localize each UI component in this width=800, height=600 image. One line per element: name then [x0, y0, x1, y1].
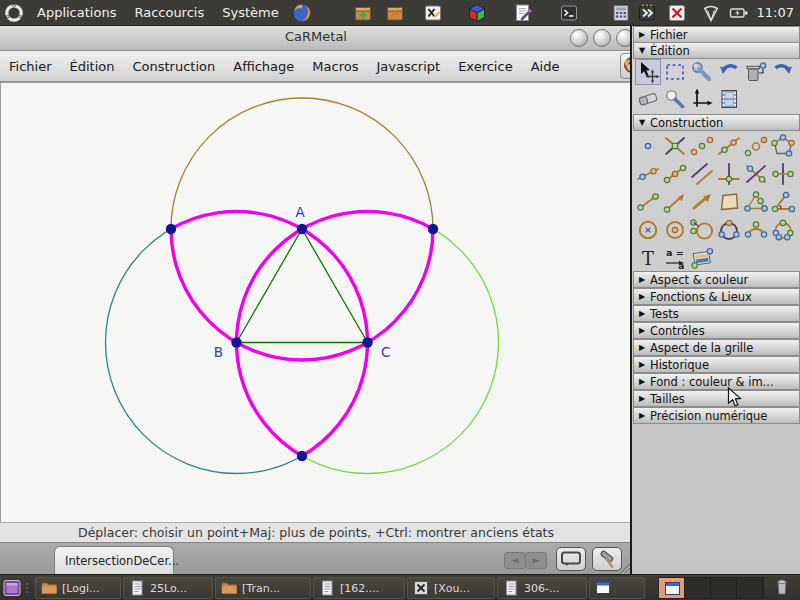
section-header-fichier[interactable]: ▶Fichier	[633, 26, 800, 43]
wifi-icon[interactable]	[701, 3, 721, 23]
document-tab[interactable]: IntersectionDeCer...	[54, 546, 174, 575]
redo-tool[interactable]	[771, 60, 795, 84]
section-header-tests[interactable]: ▶Tests	[633, 305, 800, 322]
tools-button[interactable]	[592, 547, 622, 571]
menu-fichier[interactable]: Fichier	[0, 59, 61, 74]
point-C[interactable]	[362, 337, 372, 347]
workspace-1[interactable]	[659, 578, 685, 598]
circle-tool[interactable]	[636, 218, 660, 242]
angle-tool[interactable]	[771, 190, 795, 214]
undo-tool[interactable]	[717, 60, 741, 84]
firefox-icon[interactable]	[292, 3, 312, 23]
intersection-tool[interactable]	[663, 134, 687, 158]
workspace-2[interactable]	[685, 578, 711, 598]
delete-object-tool[interactable]	[744, 60, 768, 84]
vector-tool[interactable]	[690, 190, 714, 214]
task-button-tran[interactable]: [Tran...	[215, 577, 311, 599]
terminal-icon[interactable]	[559, 3, 579, 23]
trash-icon[interactable]	[772, 575, 792, 600]
point-left[interactable]	[166, 224, 176, 234]
task-button-25lo[interactable]: 25Lo...	[123, 577, 213, 599]
section-header-dition[interactable]: ▼Édition	[633, 42, 800, 59]
parallel-line-tool[interactable]	[690, 162, 714, 186]
menu-construction[interactable]: Construction	[123, 59, 224, 74]
geometry-canvas[interactable]: ABC	[0, 82, 632, 523]
minimize-button[interactable]	[570, 29, 588, 47]
section-header-aspect-couleur[interactable]: ▶Aspect & couleur	[633, 271, 800, 288]
network-offline-icon[interactable]	[667, 3, 687, 23]
section-header-aspect-de-la-grille[interactable]: ▶Aspect de la grille	[633, 339, 800, 356]
eraser-tool[interactable]	[636, 87, 660, 111]
triangle-points-tool[interactable]	[744, 190, 768, 214]
workspace-4[interactable]	[737, 578, 763, 598]
segment-tool[interactable]	[636, 190, 660, 214]
point-tool[interactable]	[636, 134, 660, 158]
panel-clock[interactable]: 11:07	[757, 5, 794, 20]
panel-menu-applications[interactable]: Applications	[28, 5, 125, 20]
section-header-construction[interactable]: ▼Construction	[633, 114, 800, 131]
calculator-icon[interactable]	[611, 3, 631, 23]
task-button-xou[interactable]: [Xou...	[407, 577, 495, 599]
symmetric-point-tool[interactable]	[744, 134, 768, 158]
menu-affichage[interactable]: Affichage	[224, 59, 303, 74]
text-editor-icon[interactable]	[513, 3, 533, 23]
segment-point-tool[interactable]	[663, 162, 687, 186]
arc-tool[interactable]	[744, 218, 768, 242]
menu-javascript[interactable]: Javascript	[367, 59, 449, 74]
section-header-pr-cision-num-rique[interactable]: ▶Précision numérique	[633, 407, 800, 424]
previous-tab-button[interactable]: ◄	[504, 552, 526, 569]
task-button-logi[interactable]: [Logi...	[35, 577, 121, 599]
expression-tool[interactable]: a = 2a	[663, 246, 687, 270]
maximize-button[interactable]	[593, 29, 611, 47]
panel-menu-système[interactable]: Système	[213, 5, 287, 20]
compass-tool[interactable]	[690, 218, 714, 242]
text-tool[interactable]: T	[636, 246, 660, 270]
axes-tool[interactable]	[690, 87, 714, 111]
panel-menu-raccourcis[interactable]: Raccourcis	[125, 5, 213, 20]
file-manager-icon[interactable]	[637, 3, 657, 23]
section-header-fonctions-lieux[interactable]: ▶Fonctions & Lieux	[633, 288, 800, 305]
magnifier-tool[interactable]	[663, 87, 687, 111]
console-button[interactable]	[556, 547, 586, 571]
circle-3-points-tool[interactable]	[717, 218, 741, 242]
line-through-points-tool[interactable]	[636, 162, 660, 186]
section-header-fond-couleur-im[interactable]: ▶Fond : couleur & im...	[633, 373, 800, 390]
next-tab-button[interactable]: ►	[525, 552, 547, 569]
arc-C-inner[interactable]	[237, 211, 433, 456]
circle-with-center-tool[interactable]	[663, 218, 687, 242]
arc-B-inner[interactable]	[171, 211, 367, 456]
menu-édition[interactable]: Édition	[61, 59, 124, 74]
perpendicular-bisector-tool[interactable]	[771, 162, 795, 186]
window-titlebar[interactable]: CaRMetal	[0, 25, 632, 51]
task-button-306[interactable]: 306-...	[497, 577, 587, 599]
package-upgrade-icon[interactable]	[385, 3, 405, 23]
selection-rectangle-tool[interactable]	[663, 60, 687, 84]
arc-A-inner[interactable]	[171, 229, 433, 360]
task-button-window[interactable]	[589, 577, 645, 599]
filled-polygon-tool[interactable]	[717, 190, 741, 214]
polygon-points-tool[interactable]	[771, 134, 795, 158]
triangle-ABC[interactable]	[237, 229, 368, 343]
section-header-historique[interactable]: ▶Historique	[633, 356, 800, 373]
point-B[interactable]	[231, 337, 241, 347]
line-tool[interactable]	[717, 134, 741, 158]
filmstrip-tool[interactable]	[717, 87, 741, 111]
section-header-contr-les[interactable]: ▶Contrôles	[633, 322, 800, 339]
midpoint-tool[interactable]	[690, 134, 714, 158]
cube-3d-icon[interactable]	[467, 3, 487, 23]
closed-polygon-tool[interactable]	[771, 218, 795, 242]
move-pointer-tool[interactable]	[635, 59, 661, 85]
xpad-icon[interactable]	[423, 3, 443, 23]
ray-tool[interactable]	[663, 190, 687, 214]
package-install-icon[interactable]	[353, 3, 373, 23]
crossing-lines-tool[interactable]	[744, 162, 768, 186]
battery-icon[interactable]	[729, 3, 749, 23]
section-header-tailles[interactable]: ▶Tailles	[633, 390, 800, 407]
show-desktop-icon[interactable]	[2, 578, 22, 598]
menu-aide[interactable]: Aide	[522, 59, 569, 74]
perpendicular-line-tool[interactable]	[717, 162, 741, 186]
image-tool[interactable]	[690, 246, 714, 270]
point-A[interactable]	[297, 224, 307, 234]
menu-macros[interactable]: Macros	[303, 59, 367, 74]
wrench-tool[interactable]	[690, 60, 714, 84]
